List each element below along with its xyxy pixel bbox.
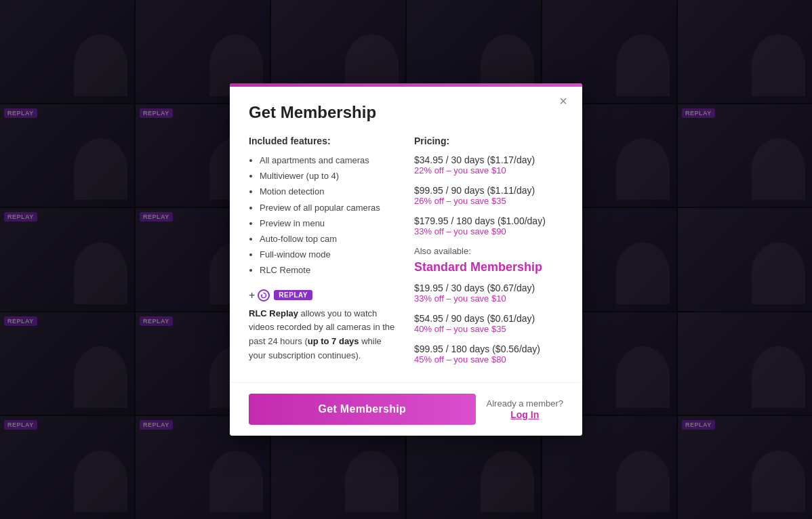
standard-membership-title: Standard Membership xyxy=(414,260,563,274)
standard-pricing-discount-text: 45% off – you save $80 xyxy=(414,354,563,365)
pricing-discount-text: 33% off – you save $90 xyxy=(414,226,563,236)
pricing-item: $99.95 / 90 days ($1.11/day) 26% off – y… xyxy=(414,185,563,206)
close-button[interactable]: × xyxy=(555,93,571,109)
feature-item: Full-window mode xyxy=(260,249,398,261)
also-available-label: Also available: xyxy=(414,246,563,256)
standard-pricing-main-text: $54.95 / 90 days ($0.61/day) xyxy=(414,313,563,324)
features-section-title: Included features: xyxy=(249,136,398,146)
feature-item: Motion detection xyxy=(260,186,398,198)
pricing-main-text: $179.95 / 180 days ($1.00/day) xyxy=(414,215,563,226)
feature-item: Multiviewer (up to 4) xyxy=(260,170,398,182)
replay-icon-wrap: + REPLAY xyxy=(249,289,312,302)
standard-pricing-list: $19.95 / 30 days ($0.67/day) 33% off – y… xyxy=(414,283,563,365)
features-column: Included features: All apartments and ca… xyxy=(249,136,398,374)
login-area: Already a member? Log In xyxy=(487,398,563,421)
login-button[interactable]: Log In xyxy=(510,409,539,420)
pricing-main-text: $99.95 / 90 days ($1.11/day) xyxy=(414,185,563,196)
replay-badge-label: REPLAY xyxy=(274,290,312,300)
get-membership-button[interactable]: Get Membership xyxy=(249,394,476,425)
modal-footer: Get Membership Already a member? Log In xyxy=(230,382,582,436)
standard-pricing-item: $54.95 / 90 days ($0.61/day) 40% off – y… xyxy=(414,313,563,334)
premium-pricing-list: $34.95 / 30 days ($1.17/day) 22% off – y… xyxy=(414,154,563,236)
replay-bold: up to 7 days xyxy=(308,336,359,346)
replay-circle-icon xyxy=(258,289,270,302)
pricing-discount-text: 26% off – you save $35 xyxy=(414,196,563,206)
feature-item: All apartments and cameras xyxy=(260,154,398,167)
feature-item: Auto-follow top cam xyxy=(260,233,398,245)
pricing-section-title: Pricing: xyxy=(414,136,563,146)
plus-icon: + xyxy=(249,290,255,301)
pricing-item: $179.95 / 180 days ($1.00/day) 33% off –… xyxy=(414,215,563,236)
feature-item: Preview of all popular cameras xyxy=(260,202,398,214)
modal-columns: Included features: All apartments and ca… xyxy=(249,136,563,374)
standard-pricing-item: $19.95 / 30 days ($0.67/day) 33% off – y… xyxy=(414,283,563,304)
modal-overlay: × Get Membership Included features: All … xyxy=(0,0,812,519)
standard-pricing-main-text: $19.95 / 30 days ($0.67/day) xyxy=(414,283,563,293)
modal-body: Get Membership Included features: All ap… xyxy=(230,87,582,374)
pricing-item: $34.95 / 30 days ($1.17/day) 22% off – y… xyxy=(414,154,563,175)
membership-modal: × Get Membership Included features: All … xyxy=(230,83,582,436)
standard-pricing-main-text: $99.95 / 180 days ($0.56/day) xyxy=(414,344,563,354)
svg-marker-0 xyxy=(262,294,264,296)
pricing-column: Pricing: $34.95 / 30 days ($1.17/day) 22… xyxy=(414,136,563,374)
standard-pricing-item: $99.95 / 180 days ($0.56/day) 45% off – … xyxy=(414,344,563,365)
standard-pricing-discount-text: 33% off – you save $10 xyxy=(414,293,563,304)
standard-pricing-discount-text: 40% off – you save $35 xyxy=(414,324,563,334)
feature-item: Preview in menu xyxy=(260,217,398,230)
already-member-label: Already a member? xyxy=(487,398,563,409)
replay-brand: RLC Replay xyxy=(249,308,298,318)
replay-addon: + REPLAY xyxy=(249,288,398,302)
modal-title: Get Membership xyxy=(249,103,563,122)
feature-item: RLC Remote xyxy=(260,264,398,276)
features-list: All apartments and camerasMultiviewer (u… xyxy=(249,154,398,277)
pricing-discount-text: 22% off – you save $10 xyxy=(414,165,563,175)
replay-description: RLC Replay allows you to watch videos re… xyxy=(249,307,398,363)
pricing-main-text: $34.95 / 30 days ($1.17/day) xyxy=(414,154,563,165)
